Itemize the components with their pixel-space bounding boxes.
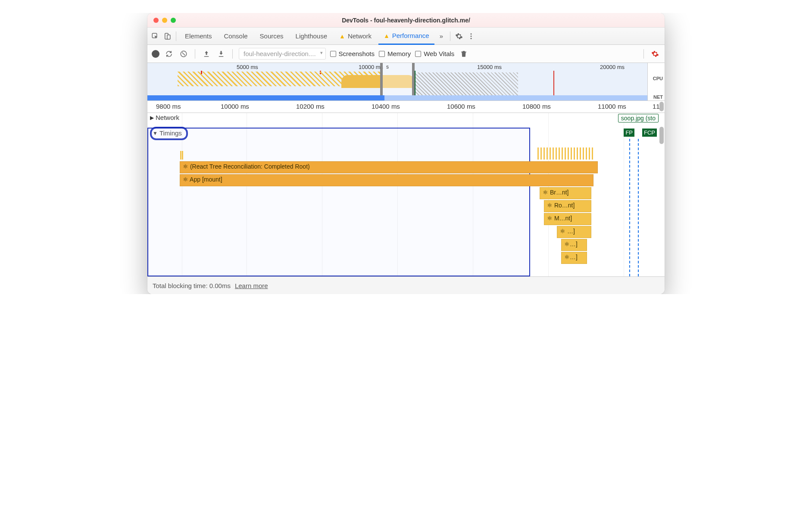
learn-more-link[interactable]: Learn more [235,282,268,289]
checkbox-box [415,51,421,57]
flame-bar[interactable]: ⚛…] [561,252,587,264]
capture-settings-icon[interactable] [650,49,660,59]
flame-bar[interactable]: ⚛ Ro…nt] [544,200,591,212]
svg-point-4 [470,35,472,37]
marker-line [638,139,639,276]
overview-tick: 5000 ms [237,64,258,70]
network-item[interactable]: soop.jpg (sto [618,114,659,122]
flame-bar-reconcile[interactable]: ⚛ (React Tree Reconciliation: Completed … [180,161,598,173]
net-label: NET [653,94,665,100]
flame-bar[interactable]: ⚛ Br…nt] [540,187,591,199]
checkbox-label: Web Vitals [424,50,454,57]
checkbox-box [330,51,336,57]
section-network[interactable]: ▶ Network [147,114,665,121]
overview-selection-label: s [386,64,389,70]
divider [450,31,450,41]
checkbox-label: Screenshots [339,50,375,57]
recording-selector[interactable]: foul-heavenly-direction.... [239,48,326,60]
scrollbar-thumb[interactable] [659,102,664,111]
svg-point-5 [470,38,472,39]
divider [643,49,644,59]
tab-label: Performance [392,32,429,39]
tab-label: Elements [185,32,212,40]
overview-tick: 20000 ms [600,64,625,70]
selector-label: foul-heavenly-direction.... [244,50,316,57]
overview-tick: 15000 ms [477,64,502,70]
ruler-tick: 10600 ms [447,103,475,110]
chevron-right-icon: » [440,32,443,40]
trash-icon[interactable] [459,49,469,59]
svg-rect-2 [167,35,170,39]
marker-fcp[interactable]: FCP [642,129,657,137]
scrollbar-thumb[interactable] [659,127,664,144]
webvitals-checkbox[interactable]: Web Vitals [415,50,454,57]
reload-icon[interactable] [164,49,174,59]
ruler-tick: 10800 ms [522,103,551,110]
ruler-tick: 10000 ms [221,103,249,110]
ruler-tick: 10400 ms [372,103,400,110]
inspect-icon[interactable] [150,31,160,41]
divider [195,49,195,59]
chevron-right-icon: ▶ [150,115,154,121]
flame-bar[interactable]: ⚛ M…nt] [544,213,591,225]
checkbox-label: Memory [387,50,411,57]
overview-net-bar [147,95,384,100]
marker-line [629,139,630,276]
ruler-tick: 11 [653,103,660,110]
tab-sources[interactable]: Sources [255,28,289,44]
ruler-tick: 9800 ms [156,103,181,110]
cpu-label: CPU [653,76,665,81]
overview-idle [415,72,518,95]
more-tabs-button[interactable]: » [436,28,447,44]
overview-red-marker [553,71,554,96]
devtools-window: DevTools - foul-heavenly-direction.glitc… [147,13,665,294]
panel-tabs: Elements Console Sources Lighthouse ▲Net… [147,28,665,45]
screenshots-checkbox[interactable]: Screenshots [330,50,375,57]
tbt-label: Total blocking time: 0.00ms [153,282,231,289]
titlebar: DevTools - foul-heavenly-direction.glitc… [147,13,665,28]
kebab-menu-icon[interactable] [466,31,476,41]
svg-point-3 [470,33,472,34]
timing-ticks [537,147,593,160]
device-toggle-icon[interactable] [162,31,172,41]
marker-fp[interactable]: FP [624,129,634,137]
divider [232,49,233,59]
save-profile-icon[interactable] [216,49,226,59]
settings-icon[interactable] [454,31,464,41]
window-title: DevTools - foul-heavenly-direction.glitc… [147,17,665,24]
overview-right-labels: CPU NET [647,63,665,100]
ruler-tick: 11000 ms [598,103,626,110]
tab-performance[interactable]: ▲Performance [378,28,434,45]
clear-icon[interactable] [178,49,189,59]
detail-ruler[interactable]: 9800 ms 10000 ms 10200 ms 10400 ms 10600… [147,101,665,113]
overview-selection[interactable]: s [380,63,415,100]
flame-bar-app-mount[interactable]: ⚛ App [mount] [180,174,593,186]
overview-green-marker [415,71,415,96]
footer-bar: Total blocking time: 0.00ms Learn more [147,277,665,294]
section-label: Network [156,114,179,121]
tab-lighthouse[interactable]: Lighthouse [290,28,332,44]
ruler-tick: 10200 ms [296,103,325,110]
load-profile-icon[interactable] [201,49,212,59]
flame-bar[interactable]: ⚛…] [561,239,587,251]
tab-label: Sources [260,32,284,40]
timing-selection [147,128,530,276]
warning-icon: ▲ [339,33,345,40]
overview-tick: 10000 ms [359,64,383,70]
overview-net-bar-light [384,95,647,100]
tab-console[interactable]: Console [219,28,253,44]
tab-label: Console [224,32,248,40]
tab-elements[interactable]: Elements [180,28,217,44]
tab-label: Lighthouse [296,32,327,40]
memory-checkbox[interactable]: Memory [379,50,411,57]
warning-icon: ▲ [384,32,390,39]
flame-bar[interactable]: ⚛ …] [557,226,591,238]
timeline-overview[interactable]: 5000 ms 10000 ms 15000 ms 20000 ms s CPU… [147,63,665,101]
flame-chart[interactable]: ▶ Network soop.jpg (sto ▼ Timings FP FCP… [147,113,665,277]
record-button[interactable] [152,50,159,58]
tab-network[interactable]: ▲Network [334,28,377,44]
perf-toolbar: foul-heavenly-direction.... Screenshots … [147,45,665,63]
checkbox-box [379,51,385,57]
tab-label: Network [348,32,372,40]
divider [176,31,176,41]
